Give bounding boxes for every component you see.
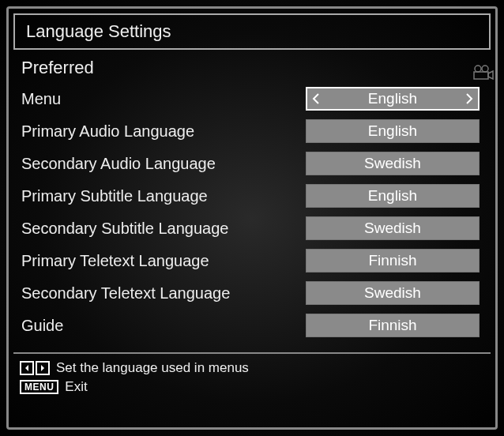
window-frame: Language Settings Preferred Menu English [0,0,504,436]
setting-label: Secondary Teletext Language [21,284,306,303]
title-bar: Language Settings [13,13,491,50]
help-text-menu: Exit [65,379,87,395]
value-text: Finnish [307,317,479,334]
value-text: Swedish [307,155,479,172]
value-text: Swedish [307,284,479,302]
value-selector[interactable]: English [306,119,480,143]
value-selector-menu[interactable]: English [306,87,480,111]
value-selector[interactable]: English [306,184,480,208]
value-text: English [307,187,479,205]
value-text: Finnish [307,252,479,269]
svg-point-0 [475,66,481,72]
value-selector[interactable]: Finnish [306,249,480,272]
arrow-left-icon[interactable] [307,88,325,109]
setting-row-secondary-subtitle[interactable]: Secondary Subtitle Language Swedish [21,216,483,241]
value-text: Swedish [307,220,479,237]
page-title: Language Settings [26,21,478,42]
svg-rect-2 [474,72,488,79]
main-panel: Language Settings Preferred Menu English [6,6,498,430]
value-selector[interactable]: Finnish [306,314,480,337]
setting-row-guide[interactable]: Guide Finnish [21,313,483,338]
divider [13,352,491,354]
help-text-nav: Set the language used in menus [56,360,249,376]
setting-label: Primary Audio Language [21,122,306,141]
setting-row-primary-teletext[interactable]: Primary Teletext Language Finnish [21,248,483,273]
setting-row-primary-audio[interactable]: Primary Audio Language English [21,118,483,144]
svg-point-1 [482,66,488,72]
setting-label: Primary Teletext Language [21,252,306,270]
setting-label: Menu [21,90,306,108]
camera-icon [472,64,494,85]
left-right-key-icon [20,361,50,375]
section-heading: Preferred [21,58,491,78]
value-selector[interactable]: Swedish [306,152,480,175]
value-selector[interactable]: Swedish [306,216,480,240]
setting-row-primary-subtitle[interactable]: Primary Subtitle Language English [21,183,483,209]
setting-row-secondary-audio[interactable]: Secondary Audio Language Swedish [21,151,483,176]
help-row-menu: MENU Exit [20,379,484,395]
setting-row-secondary-teletext[interactable]: Secondary Teletext Language Swedish [21,280,483,306]
value-selector[interactable]: Swedish [306,281,480,305]
setting-row-menu[interactable]: Menu English [21,86,483,111]
value-text: English [307,122,479,140]
value-text: English [325,90,461,107]
arrow-right-icon[interactable] [461,88,478,109]
setting-label: Primary Subtitle Language [21,187,306,205]
settings-list: Menu English Primary Audio Language Engl… [13,86,491,338]
help-section: Set the language used in menus MENU Exit [13,360,491,395]
menu-key-icon: MENU [20,380,58,394]
setting-label: Secondary Subtitle Language [21,220,306,238]
setting-label: Secondary Audio Language [21,155,306,173]
help-row-nav: Set the language used in menus [20,360,484,376]
setting-label: Guide [21,317,306,335]
